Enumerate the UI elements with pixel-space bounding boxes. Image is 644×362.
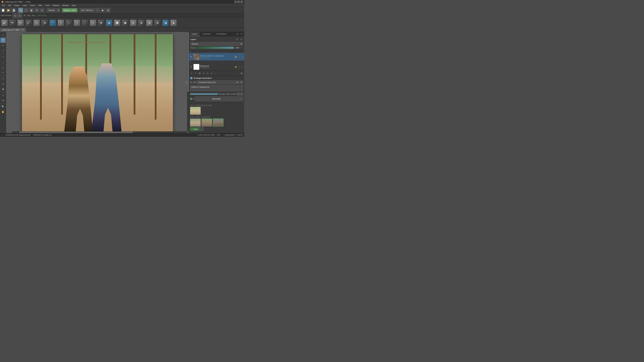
brush-preset-20[interactable]: ⊕ (154, 18, 161, 27)
zoom-slider[interactable] (224, 134, 234, 136)
tool-contiguous-fill[interactable]: ⬛ (0, 76, 6, 81)
layer-item-background[interactable]: 👁 Background 100% Normal 🔒 α ✕ (189, 63, 244, 71)
result-thumb-1-1[interactable] (190, 107, 201, 115)
zoom-in-btn[interactable]: + (235, 134, 236, 136)
delete-layer-btn[interactable]: 🗑 (240, 71, 244, 75)
move-up-btn[interactable]: ∧ (206, 71, 210, 75)
panel-settings-btn[interactable]: ⚙ (240, 32, 243, 36)
canvas-area[interactable]: ❯ (6, 32, 189, 133)
layer-2-delete-btn[interactable]: ✕ (241, 65, 244, 68)
more-layer-btn[interactable]: ⋯ (214, 71, 218, 75)
layer-1-lock-btn[interactable]: 🔒 (234, 55, 237, 58)
new-file-btn[interactable]: 📄 (1, 8, 5, 12)
horizontal-scroll-thumb[interactable] (19, 132, 133, 133)
apply-more-btn[interactable]: ⋯ (200, 127, 204, 131)
tab-tool-options[interactable]: Tool Options (214, 32, 229, 36)
tool-assistant[interactable]: ⊚ (0, 98, 6, 103)
copy-layer-btn[interactable]: ⊞ (198, 71, 202, 75)
brush-tool-btn[interactable]: ✏️ (18, 8, 23, 12)
layer-2-alpha-btn[interactable]: α (238, 65, 240, 68)
brush-preset-5[interactable]: ∿ (33, 18, 40, 27)
tab-layers[interactable]: Layers (189, 32, 200, 36)
brush-preset-7[interactable]: 〰 (49, 18, 57, 27)
brush-preset-6[interactable]: ≋ (41, 18, 49, 27)
menu-help[interactable]: Help (70, 4, 77, 7)
brush-preset-4[interactable]: 🖊 (25, 18, 32, 27)
brush-preset-17[interactable]: ◎ (130, 18, 137, 27)
result-thumb-2-3[interactable] (213, 118, 224, 126)
menu-layer[interactable]: Layer (21, 4, 28, 7)
tool-transform[interactable]: ⊹ (0, 32, 6, 37)
flip-h-btn[interactable]: ↔ (95, 8, 100, 12)
blend-mode-select[interactable]: Normal (46, 8, 60, 12)
tool-text[interactable]: T (0, 38, 6, 43)
result-thumb-2-1[interactable] (190, 118, 201, 126)
tool-rect[interactable]: □ (0, 54, 6, 59)
menu-settings[interactable]: Settings (51, 4, 61, 7)
menu-tools[interactable]: Tools (44, 4, 51, 7)
open-file-btn[interactable]: 📂 (6, 8, 11, 12)
brush-preset-21[interactable]: ◑ (162, 18, 170, 27)
model-select[interactable]: Cinematic Photo (XL) (197, 80, 239, 84)
layer-2-lock-btn[interactable]: 🔒 (234, 65, 237, 68)
result-thumb-2-2[interactable] (202, 118, 212, 126)
brush-preset-10[interactable]: ⌇ (73, 18, 81, 27)
generate-more-btn[interactable]: ⋯ (238, 96, 243, 101)
brush-preset-15[interactable]: ⬟ (113, 18, 121, 27)
tool-pan[interactable]: ✋ (0, 109, 6, 114)
strength-increase-btn[interactable]: ⊞ (240, 92, 243, 95)
model-settings-btn[interactable]: ⚙ (240, 80, 243, 84)
panel-expand-btn[interactable]: ⊞ (236, 32, 239, 36)
layer-btn-sep[interactable]: • (194, 71, 198, 75)
anim-btn[interactable]: ▶ (100, 8, 105, 12)
layer-1-visibility-btn[interactable]: 👁 (190, 55, 193, 58)
layer-1-alpha-btn[interactable]: α (238, 55, 240, 58)
apply-button[interactable]: ✓ Apply (190, 127, 199, 131)
brush-preset-9[interactable]: ∽ (65, 18, 73, 27)
mirror-tool-btn[interactable]: ⇌ (40, 8, 44, 12)
presets-collapse-btn[interactable]: ▷ (18, 13, 22, 18)
brush-preset-2[interactable]: ✒ (9, 18, 16, 27)
flatten-btn[interactable]: ≡ (210, 71, 214, 75)
zoom-out-btn[interactable]: − (223, 134, 224, 136)
prompt-textarea[interactable]: children in playground (190, 85, 243, 91)
grid-btn[interactable]: ⊞ (106, 8, 110, 12)
brush-preset-22[interactable]: ▲ (170, 18, 178, 27)
tool-freehand[interactable]: ∿ (0, 70, 6, 75)
brush-preset-18[interactable]: ⊗ (138, 18, 145, 27)
tool-measure[interactable]: ⊹ (0, 93, 6, 98)
maximize-btn[interactable]: □ (238, 1, 240, 3)
doc-tab-close-btn[interactable]: ✕ (22, 29, 24, 31)
doc-tab-active[interactable]: splash.jpg (10.4 MiB) * ✕ (0, 28, 26, 32)
menu-filter[interactable]: Filter (37, 4, 44, 7)
save-file-btn[interactable]: 💾 (12, 8, 16, 12)
brush-preset-19[interactable]: ⊛ (146, 18, 153, 27)
brush-preset-14[interactable]: ◈ (105, 18, 113, 27)
layer-2-visibility-btn[interactable]: 👁 (190, 65, 193, 68)
brush-preset-12[interactable]: ⊹ (89, 18, 97, 27)
opacity-expand-btn[interactable]: ▾ (240, 46, 243, 49)
layer-opacity-bar[interactable] (197, 46, 234, 49)
strength-decrease-btn[interactable]: ⊕ (237, 92, 240, 95)
brush-preset-11[interactable]: ⋮ (81, 18, 89, 27)
minimize-btn[interactable]: − (234, 1, 237, 3)
vertical-scroll-thumb[interactable] (187, 32, 189, 92)
layers-settings-btn[interactable]: ⚙ (240, 38, 243, 41)
layer-item-preview[interactable]: 👁 [Preview] children in playground 100% … (189, 53, 244, 61)
tool-colorize[interactable]: ◉ (0, 86, 6, 91)
opacity-btn[interactable]: Opacity: 100% (62, 8, 78, 12)
canvas-image[interactable] (22, 34, 173, 133)
menu-edit[interactable]: Edit (7, 4, 12, 7)
tool-paint[interactable]: ✏ (0, 43, 6, 48)
eraser-tool-btn[interactable]: ◻ (24, 8, 28, 12)
menu-image[interactable]: Image (13, 4, 21, 7)
size-btn[interactable]: Size: 38.00 px (80, 8, 94, 12)
menu-file[interactable]: File (1, 4, 6, 7)
title-bar-controls[interactable]: − □ ✕ (234, 1, 243, 3)
tool-polygon[interactable]: △ (0, 65, 6, 70)
horizontal-scrollbar[interactable] (12, 131, 187, 133)
strength-bar[interactable] (190, 93, 218, 95)
transform-tool-btn[interactable]: ⟲ (34, 8, 39, 12)
move-down-btn[interactable]: ∨ (202, 71, 206, 75)
brush-preset-13[interactable]: ★ (97, 18, 105, 27)
